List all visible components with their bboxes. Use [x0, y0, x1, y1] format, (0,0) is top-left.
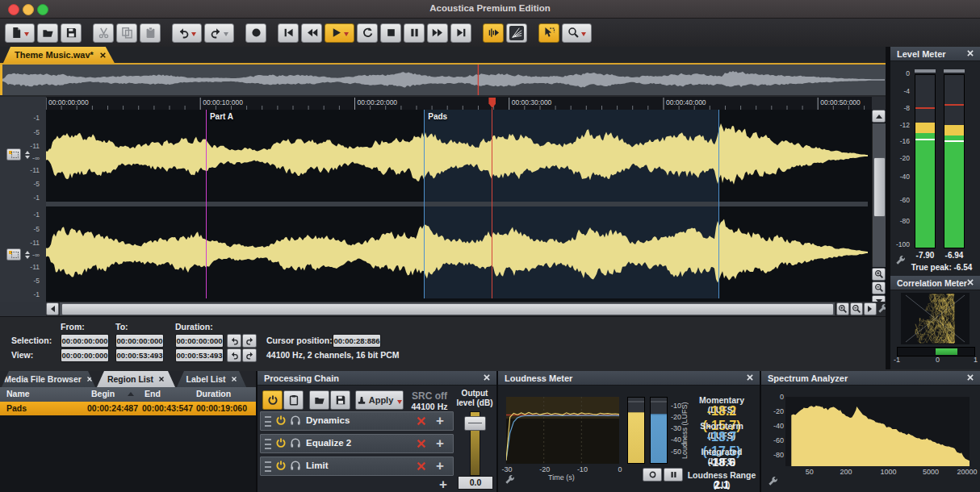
fast-forward-button[interactable]: [427, 23, 448, 43]
plugin-remove-icon[interactable]: [416, 461, 427, 472]
vertical-scroll-thumb[interactable]: [873, 157, 886, 217]
drag-handle-icon[interactable]: [265, 416, 271, 427]
loudness-meter-close-icon[interactable]: [746, 373, 756, 383]
zoom-in-vertical-button[interactable]: [872, 268, 886, 281]
tab-theme-music[interactable]: Theme Music.wav*: [3, 47, 115, 63]
stop-button[interactable]: [380, 23, 401, 43]
selection-from-field[interactable]: 00:00:00:000: [61, 334, 109, 348]
plugin-solo-headphones-icon[interactable]: [290, 437, 301, 448]
chain-plugin-equalize[interactable]: Equalize 2 +: [260, 434, 454, 453]
redo-button[interactable]: [204, 23, 234, 43]
loudness-settings-wrench-icon[interactable]: [505, 474, 515, 485]
processing-chain-close-icon[interactable]: [483, 373, 492, 383]
label-part-a-line[interactable]: [206, 110, 207, 298]
open-file-button[interactable]: [37, 23, 58, 43]
plugin-solo-headphones-icon[interactable]: [290, 415, 301, 426]
tab-close-icon[interactable]: [231, 376, 237, 382]
chain-clipboard-button[interactable]: [283, 390, 304, 410]
spectral-view-button[interactable]: [506, 23, 527, 43]
channel2-options-button[interactable]: [6, 248, 21, 261]
selection-to-field[interactable]: 00:00:00:000: [115, 334, 164, 348]
region-table-header[interactable]: Name Begin End Duration: [0, 387, 256, 402]
selection-tool-button[interactable]: [538, 23, 559, 43]
selection-undo-button[interactable]: [227, 334, 241, 348]
plugin-power-icon[interactable]: [275, 460, 287, 471]
new-file-button[interactable]: [5, 23, 35, 43]
loudness-reset-button[interactable]: [643, 468, 662, 482]
level-meter-close-icon[interactable]: [966, 49, 976, 59]
view-to-field[interactable]: 00:00:53:493: [115, 348, 164, 362]
marker-label-part-a[interactable]: Part A: [210, 112, 233, 121]
plugin-add-icon[interactable]: +: [436, 436, 444, 452]
waveform-channel-2[interactable]: [46, 206, 868, 298]
zoom-out-vertical-button[interactable]: [872, 281, 886, 294]
timeline-ruler[interactable]: 00:00:00:00000:00:10:00000:00:20:00000:0…: [46, 97, 872, 110]
scrub-button[interactable]: [483, 23, 504, 43]
region-row-pads[interactable]: Pads 00:00:24:487 00:00:43:547 00:00:19:…: [0, 402, 256, 415]
apply-dropdown[interactable]: [397, 400, 402, 407]
horizontal-scroll-thumb[interactable]: [61, 303, 834, 315]
plugin-remove-icon[interactable]: [416, 415, 427, 427]
undo-button[interactable]: [172, 23, 202, 43]
chain-save-button[interactable]: [330, 390, 350, 410]
drag-handle-icon[interactable]: [265, 461, 271, 472]
region-end-line[interactable]: [718, 110, 719, 298]
spectrum-settings-wrench-icon[interactable]: [768, 476, 778, 486]
scroll-left-button[interactable]: [46, 302, 59, 315]
cursor-position-field[interactable]: 00:00:28:886: [333, 334, 381, 348]
tab-region-list[interactable]: Region List: [97, 371, 175, 387]
go-to-end-button[interactable]: [450, 23, 471, 43]
tab-media-file-browser[interactable]: Media File Browser: [2, 371, 95, 387]
selection-duration-field[interactable]: 00:00:00:000: [175, 334, 224, 348]
correlation-meter-close-icon[interactable]: [966, 278, 976, 288]
drag-handle-icon[interactable]: [265, 439, 271, 449]
go-to-start-button[interactable]: [278, 23, 299, 43]
zoom-in-time-button[interactable]: [836, 302, 849, 315]
scroll-up-button[interactable]: [872, 110, 886, 123]
scroll-right-button[interactable]: [864, 302, 877, 315]
cut-button[interactable]: [93, 23, 114, 43]
overview-waveform[interactable]: [0, 65, 886, 95]
plugin-solo-headphones-icon[interactable]: [290, 460, 301, 471]
plugin-add-icon[interactable]: +: [436, 458, 444, 474]
chain-plugin-dynamics[interactable]: Dynamics +: [260, 411, 454, 431]
plugin-add-icon[interactable]: +: [436, 413, 444, 429]
zoom-tool-dropdown[interactable]: [581, 32, 586, 39]
play-button[interactable]: [325, 23, 354, 43]
paste-button[interactable]: [140, 23, 161, 43]
plugin-remove-icon[interactable]: [416, 438, 427, 449]
rewind-button[interactable]: [301, 23, 322, 43]
selection-redo-button[interactable]: [242, 334, 257, 348]
chain-add-plugin-icon[interactable]: +: [439, 477, 447, 492]
undo-dropdown[interactable]: [191, 32, 196, 39]
view-from-field[interactable]: 00:00:00:000: [61, 348, 109, 362]
zoom-out-time-button[interactable]: [850, 302, 863, 315]
channel1-options-button[interactable]: [6, 148, 21, 161]
save-file-button[interactable]: [61, 23, 82, 43]
redo-dropdown[interactable]: [224, 32, 228, 39]
tab-label-list[interactable]: Label List: [177, 371, 246, 387]
view-duration-field[interactable]: 00:00:53:493: [175, 348, 224, 362]
chain-load-button[interactable]: [309, 390, 329, 410]
tab-close-icon[interactable]: [99, 52, 107, 59]
loudness-pause-button[interactable]: [664, 468, 683, 482]
plugin-power-icon[interactable]: [275, 437, 287, 448]
record-button[interactable]: [245, 23, 266, 43]
copy-button[interactable]: [116, 23, 137, 43]
region-start-line[interactable]: [424, 110, 425, 298]
zoom-tool-button[interactable]: [562, 23, 592, 43]
tab-close-icon[interactable]: [158, 376, 165, 382]
plugin-power-icon[interactable]: [275, 415, 287, 426]
region-label-pads[interactable]: Pads: [428, 112, 447, 121]
apply-button[interactable]: Apply: [355, 390, 404, 410]
new-file-dropdown[interactable]: [24, 32, 29, 39]
play-dropdown[interactable]: [344, 32, 349, 39]
output-level-value[interactable]: 0.0: [458, 476, 493, 490]
view-undo-button[interactable]: [227, 348, 241, 362]
spectrum-analyzer-close-icon[interactable]: [966, 373, 976, 383]
playback-cursor-line[interactable]: [492, 108, 492, 298]
pause-button[interactable]: [404, 23, 425, 43]
chain-plugin-limit[interactable]: Limit +: [260, 457, 454, 476]
chain-power-button[interactable]: [262, 390, 283, 410]
loop-button[interactable]: [357, 23, 378, 43]
